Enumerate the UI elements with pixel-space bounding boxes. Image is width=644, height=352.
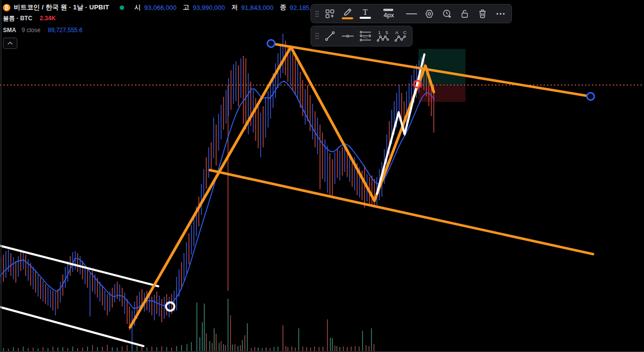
unlocked-padlock-icon [460, 9, 469, 18]
anchor-handle[interactable] [587, 93, 595, 100]
price-chart-canvas[interactable] [0, 0, 644, 352]
anchor-handle[interactable] [268, 40, 275, 47]
grip-dots-icon [315, 33, 319, 40]
high-value: 93,990,000 [193, 4, 225, 11]
volume-label[interactable]: 볼륨 · BTC [3, 14, 32, 23]
open-value: 93,066,000 [144, 4, 177, 11]
text-color-button[interactable]: T [357, 6, 374, 21]
drawing-toolbar: T 4px [311, 4, 512, 23]
parallel-lines-tool-button[interactable] [357, 29, 374, 44]
draw-color-swatch [342, 17, 353, 19]
correction-label-a: A [395, 31, 398, 35]
low-label: 저 [231, 3, 238, 12]
zigzag-wave-icon [395, 35, 408, 42]
text-color-swatch [360, 17, 371, 19]
lock-button[interactable] [456, 6, 473, 21]
trash-icon [478, 9, 487, 18]
elliott-correction-wave-button[interactable]: A C [392, 29, 410, 44]
pencil-icon [343, 8, 352, 16]
orange-trendline-lower[interactable] [210, 170, 593, 254]
chart-legend: ₿ 비트코인 / 한국 원 · 1날 · UPBIT 시 93,066,000 … [3, 3, 325, 37]
trend-line-tool-button[interactable] [321, 29, 338, 44]
line-toolbar-drag-handle[interactable] [314, 29, 321, 44]
high-label: 고 [183, 3, 189, 12]
solid-line-icon [406, 13, 417, 15]
correction-label-c: C [403, 31, 407, 35]
sma-value: 89,727,555.6 [48, 27, 83, 34]
volume-series [3, 299, 374, 351]
chevron-up-icon [7, 42, 13, 45]
add-alert-button[interactable] [438, 6, 456, 21]
delete-button[interactable] [474, 6, 491, 21]
thickness-value: 4px [384, 11, 394, 19]
horizontal-line-icon [342, 34, 354, 38]
close-label: 종 [280, 3, 286, 12]
impulse-label-5: 5 [386, 31, 388, 35]
more-options-button[interactable] [492, 6, 509, 21]
shape-button[interactable] [420, 6, 438, 21]
parallel-lines-icon [360, 31, 371, 42]
draw-color-button[interactable] [339, 6, 356, 21]
trading-chart-window: ₿ 비트코인 / 한국 원 · 1날 · UPBIT 시 93,066,000 … [0, 0, 644, 352]
line-tools-toolbar: 1 5 A C [311, 26, 413, 46]
symbol-title[interactable]: 비트코인 / 한국 원 · 1날 · UPBIT [14, 3, 109, 12]
sma-indicator-label[interactable]: SMA [3, 27, 16, 34]
text-tool-icon: T [363, 9, 368, 16]
hexagon-circle-icon [424, 9, 434, 19]
impulse-label-1: 1 [378, 31, 380, 35]
horizontal-line-tool-button[interactable] [339, 29, 356, 44]
line-style-button[interactable] [403, 6, 420, 21]
grip-dots-icon [315, 10, 319, 17]
volume-value: 2.34K [40, 15, 55, 22]
open-label: 시 [135, 3, 141, 12]
template-button[interactable] [321, 6, 338, 21]
market-status-dot-icon [120, 5, 124, 10]
zigzag-wave-icon [377, 35, 390, 42]
low-value: 91,843,000 [241, 4, 274, 11]
toolbar-drag-handle[interactable] [314, 6, 321, 21]
collapse-indicators-button[interactable] [3, 38, 17, 49]
trend-line-icon [324, 31, 335, 42]
white-channel-drawing[interactable] [0, 246, 158, 346]
bitcoin-logo-icon: ₿ [3, 4, 10, 11]
sma-params: 9 close [22, 27, 41, 34]
line-thickness-button[interactable]: 4px [374, 6, 402, 21]
alert-clock-plus-icon [442, 9, 452, 19]
template-icon [325, 9, 334, 18]
ellipsis-icon [496, 13, 505, 15]
elliott-impulse-wave-button[interactable]: 1 5 [374, 29, 392, 44]
